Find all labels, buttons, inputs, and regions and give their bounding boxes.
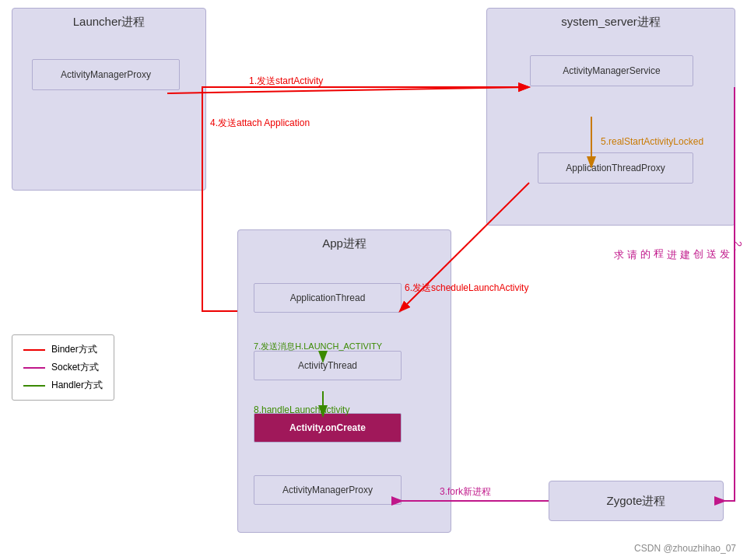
app-oncreate-box: Activity.onCreate	[254, 413, 402, 443]
launcher-process-box: Launcher进程 ActivityManagerProxy	[12, 8, 206, 191]
step1-label: 1.发送startActivity	[249, 75, 323, 88]
zygote-process-title: Zygote进程	[607, 494, 666, 509]
system-server-process-box: system_server进程 ActivityManagerService A…	[486, 8, 735, 226]
app-amp-box: ActivityManagerProxy	[254, 475, 402, 505]
system-ams-box: ActivityManagerService	[530, 55, 693, 86]
app-process-box: App进程 ApplicationThread ActivityThread A…	[237, 229, 451, 533]
legend-handler-label: Handler方式	[51, 379, 103, 392]
app-process-title: App进程	[238, 230, 451, 254]
step6-label: 6.发送scheduleLaunchActivity	[405, 282, 528, 295]
svg-line-0	[167, 87, 528, 93]
launcher-amp-box: ActivityManagerProxy	[32, 59, 180, 90]
legend-binder-line	[23, 349, 45, 351]
step3-label: 3.fork新进程	[440, 485, 491, 499]
legend-socket-label: Socket方式	[51, 361, 99, 374]
step5-label: 5.realStartActivityLocked	[601, 136, 703, 147]
legend-socket: Socket方式	[23, 361, 103, 374]
diagram-container: Launcher进程 ActivityManagerProxy system_s…	[0, 0, 747, 560]
watermark: CSDN @zhouzhihao_07	[634, 543, 736, 554]
step7-label: 7.发送消息H.LAUNCH_ACTIVITY	[254, 341, 382, 352]
app-appthread-box: ApplicationThread	[254, 283, 402, 313]
system-atp-box: ApplicationThreadProxy	[538, 152, 693, 184]
step2-label: 2.发送创建进程的请求	[612, 241, 744, 253]
legend: Binder方式 Socket方式 Handler方式	[12, 334, 114, 401]
legend-binder: Binder方式	[23, 343, 103, 356]
legend-socket-line	[23, 367, 45, 369]
system-server-process-title: system_server进程	[487, 9, 735, 33]
zygote-process-box: Zygote进程	[549, 481, 724, 521]
legend-binder-label: Binder方式	[51, 343, 97, 356]
launcher-process-title: Launcher进程	[12, 9, 205, 33]
app-activitythread-box: ActivityThread	[254, 351, 402, 380]
legend-handler-line	[23, 385, 45, 387]
legend-handler: Handler方式	[23, 379, 103, 392]
step8-label: 8.handleLaunchActivity	[254, 404, 349, 415]
step4-label: 4.发送attach Application	[210, 117, 310, 130]
